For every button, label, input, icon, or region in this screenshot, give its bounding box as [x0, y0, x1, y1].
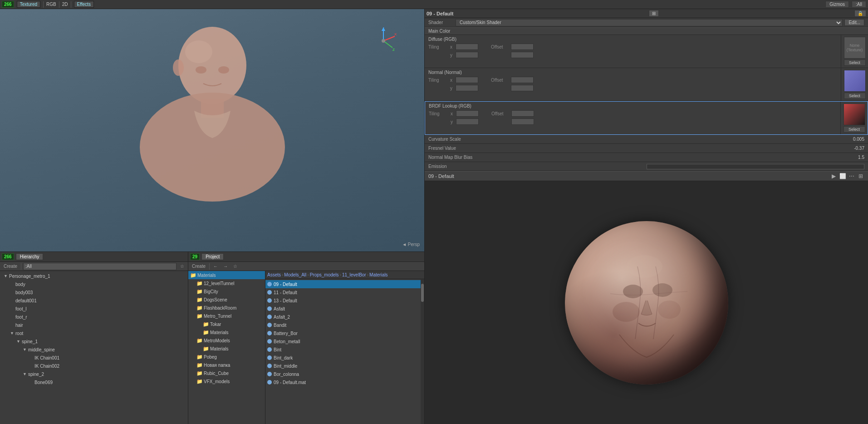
play-btn[interactable]: ▶: [830, 173, 837, 179]
tree-item[interactable]: IK Chain002: [0, 362, 188, 370]
brdf-tiling-x[interactable]: 1: [456, 110, 479, 117]
viewport[interactable]: Y X Z ◄ Persp: [0, 9, 424, 251]
hierarchy-search[interactable]: [23, 263, 177, 270]
gizmos-btn[interactable]: Gizmos: [825, 1, 849, 8]
tree-item[interactable]: ▼spine_2: [0, 370, 188, 378]
all-btn[interactable]: :All: [852, 1, 866, 8]
normal-tiling-x[interactable]: 1: [456, 77, 478, 83]
brdf-tiling-y-field: y 1: [451, 118, 479, 125]
tree-item[interactable]: body003: [0, 288, 188, 296]
diffuse-tiling-y-field: y 1: [450, 52, 478, 58]
folder-label: VFX_models: [204, 379, 230, 384]
asset-item[interactable]: Bint: [265, 345, 421, 354]
asset-item[interactable]: Beton_metall: [265, 337, 421, 345]
breadcrumb-item[interactable]: Materials: [369, 272, 388, 277]
tree-label: Bone069: [34, 380, 53, 385]
asset-scrollbar[interactable]: [421, 279, 424, 424]
folder-icon: 📁: [196, 338, 203, 344]
scrollbar-thumb: [421, 284, 424, 302]
asset-item[interactable]: 11 - Default: [265, 288, 421, 296]
folder-item[interactable]: 📁 DogsScene: [188, 296, 265, 304]
tree-item[interactable]: hair: [0, 321, 188, 329]
edit-shader-btn[interactable]: Edit...: [844, 19, 864, 26]
asset-item[interactable]: Bint_dark: [265, 354, 421, 362]
folder-item[interactable]: 📁 Rubic_Cube: [188, 369, 265, 377]
brdf-offset-y[interactable]: 0: [511, 118, 534, 125]
folder-item[interactable]: 📁 Materials: [188, 271, 265, 279]
tree-item[interactable]: ▼spine_1: [0, 337, 188, 345]
folder-item[interactable]: 📁 Tokar: [188, 320, 265, 328]
folder-item[interactable]: 📁 Materials: [188, 345, 265, 353]
expand-btn[interactable]: ⊞: [857, 173, 864, 179]
emission-row: Emission: [425, 162, 868, 171]
folder-label: Pobeg: [204, 355, 217, 360]
tree-item[interactable]: ▼Personage_metro_1: [0, 272, 188, 280]
breadcrumb-item[interactable]: 11_levelBor: [342, 272, 366, 277]
asset-item[interactable]: 13 - Default: [265, 296, 421, 305]
separator3: [71, 1, 71, 8]
tree-item[interactable]: foot_l: [0, 305, 188, 313]
normal-select-btn[interactable]: Select: [844, 93, 866, 99]
tree-item[interactable]: default001: [0, 296, 188, 305]
tree-label: foot_l: [15, 306, 26, 311]
emission-slider[interactable]: [647, 164, 865, 169]
brdf-offset-x[interactable]: 0: [511, 110, 534, 117]
tree-item[interactable]: Bone069: [0, 378, 188, 386]
options-btn[interactable]: ⋯: [848, 173, 855, 179]
create-hierarchy-btn[interactable]: Create: [2, 263, 19, 269]
create-project-btn[interactable]: Create: [190, 263, 207, 269]
folder-item[interactable]: 📁 BigCity: [188, 287, 265, 296]
project-back-btn[interactable]: ←: [211, 263, 220, 269]
shader-select[interactable]: Custom/Skin Shader: [456, 19, 843, 26]
inspector-lock-btn[interactable]: 🔒: [854, 10, 866, 17]
asset-item[interactable]: Bor_colonna: [265, 370, 421, 378]
folder-item[interactable]: 📁 Metro_Tunnel: [188, 312, 265, 320]
asset-item[interactable]: Bint_middle: [265, 362, 421, 370]
diffuse-offset-y[interactable]: 0: [511, 52, 534, 58]
asset-item[interactable]: 09 - Default.mat: [265, 378, 421, 386]
hierarchy-tab[interactable]: Hierarchy: [16, 253, 44, 260]
asset-item[interactable]: 09 - Default: [265, 280, 421, 288]
project-tab-bar: 29 Project: [188, 252, 424, 262]
folder-item[interactable]: 📁 Pobeg: [188, 353, 265, 361]
asset-item[interactable]: Bandit: [265, 321, 421, 329]
folder-item[interactable]: 📁 VFX_models: [188, 377, 265, 385]
project-star-btn[interactable]: ☆: [231, 263, 239, 269]
folder-item[interactable]: 📁 FlashbackRoom: [188, 304, 265, 312]
diffuse-tiling-y[interactable]: 1: [456, 52, 478, 58]
stop-btn[interactable]: ⬜: [839, 173, 846, 179]
diffuse-select-btn[interactable]: Select: [844, 59, 866, 66]
brdf-select-btn[interactable]: Select: [843, 126, 865, 133]
textured-mode-btn[interactable]: Textured: [17, 1, 40, 8]
tree-item[interactable]: body: [0, 280, 188, 288]
asset-item[interactable]: Asfalt: [265, 305, 421, 313]
folder-item[interactable]: 📁 MetroModels: [188, 336, 265, 345]
effects-btn[interactable]: Effects: [74, 1, 94, 8]
diffuse-tiling-x[interactable]: 1: [456, 44, 478, 50]
normal-offset-x[interactable]: 0: [511, 77, 534, 83]
asset-item[interactable]: Asfalt_2: [265, 313, 421, 321]
svg-point-14: [382, 39, 385, 43]
folder-item[interactable]: 📁 Materials: [188, 328, 265, 336]
hierarchy-filter-btn[interactable]: ☆: [178, 263, 186, 269]
asset-item[interactable]: Battery_Bor: [265, 329, 421, 337]
folder-item[interactable]: 📁 Новая папка: [188, 361, 265, 369]
normal-offset-y[interactable]: 0: [511, 85, 534, 91]
breadcrumb-item[interactable]: Props_models: [310, 272, 339, 277]
brdf-tiling-y[interactable]: 1: [456, 118, 479, 125]
tree-item[interactable]: foot_r: [0, 313, 188, 321]
diffuse-offset-x[interactable]: 0: [511, 44, 534, 50]
project-tab[interactable]: Project: [201, 253, 224, 260]
folder-item[interactable]: 📁 12_levelTunnel: [188, 279, 265, 287]
tree-item[interactable]: IK Chain001: [0, 354, 188, 362]
breadcrumb-item[interactable]: Assets: [267, 272, 281, 277]
project-forward-btn[interactable]: →: [221, 263, 230, 269]
normal-tiling-y[interactable]: 1: [456, 85, 478, 91]
folder-icon: 📁: [196, 289, 203, 295]
breadcrumb-item[interactable]: Models_All: [284, 272, 306, 277]
tree-item[interactable]: ▼root: [0, 329, 188, 337]
tree-item[interactable]: ▼middle_spine: [0, 345, 188, 354]
tree-label: Personage_metro_1: [9, 274, 50, 279]
asset-label: Asfalt_2: [274, 315, 290, 320]
inspector-collapse-btn[interactable]: ⊞: [649, 10, 659, 17]
